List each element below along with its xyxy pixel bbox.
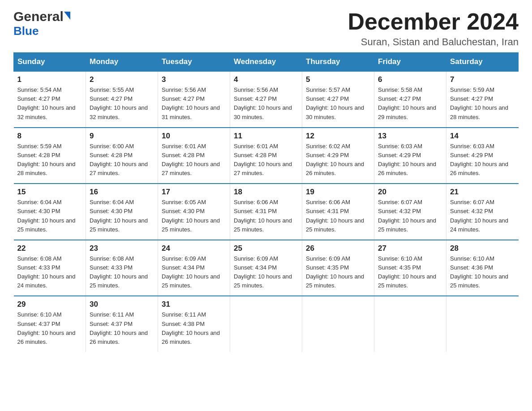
- calendar-day-cell: 21 Sunrise: 6:07 AMSunset: 4:32 PMDaylig…: [446, 184, 519, 240]
- calendar-day-cell: 6 Sunrise: 5:58 AMSunset: 4:27 PMDayligh…: [374, 71, 446, 128]
- day-number: 21: [450, 188, 515, 197]
- calendar-day-cell: 26 Sunrise: 6:09 AMSunset: 4:35 PMDaylig…: [302, 240, 374, 296]
- day-number: 24: [162, 244, 226, 253]
- column-header-sunday: Sunday: [14, 53, 86, 72]
- calendar-day-cell: 11 Sunrise: 6:01 AMSunset: 4:28 PMDaylig…: [230, 128, 302, 184]
- empty-cell: [302, 296, 374, 352]
- calendar-day-cell: 7 Sunrise: 5:59 AMSunset: 4:27 PMDayligh…: [446, 71, 519, 128]
- calendar-week-row: 8 Sunrise: 5:59 AMSunset: 4:28 PMDayligh…: [14, 128, 519, 184]
- calendar-day-cell: 22 Sunrise: 6:08 AMSunset: 4:33 PMDaylig…: [14, 240, 86, 296]
- day-info: Sunrise: 6:01 AMSunset: 4:28 PMDaylight:…: [162, 143, 220, 176]
- day-number: 3: [162, 75, 226, 84]
- day-info: Sunrise: 6:09 AMSunset: 4:34 PMDaylight:…: [234, 255, 292, 289]
- calendar-week-row: 22 Sunrise: 6:08 AMSunset: 4:33 PMDaylig…: [14, 240, 519, 296]
- calendar-day-cell: 12 Sunrise: 6:02 AMSunset: 4:29 PMDaylig…: [302, 128, 374, 184]
- day-number: 7: [450, 75, 515, 84]
- calendar-day-cell: 27 Sunrise: 6:10 AMSunset: 4:35 PMDaylig…: [374, 240, 446, 296]
- month-title: December 2024: [348, 9, 519, 34]
- day-number: 30: [90, 300, 154, 309]
- logo: General Blue: [13, 9, 70, 38]
- day-number: 12: [306, 132, 370, 141]
- day-info: Sunrise: 6:00 AMSunset: 4:28 PMDaylight:…: [90, 143, 148, 176]
- day-number: 23: [90, 244, 154, 253]
- day-number: 2: [90, 75, 154, 84]
- day-number: 16: [90, 188, 154, 197]
- logo-general-text: General: [13, 9, 64, 24]
- day-info: Sunrise: 6:10 AMSunset: 4:36 PMDaylight:…: [450, 255, 508, 289]
- day-info: Sunrise: 6:03 AMSunset: 4:29 PMDaylight:…: [450, 143, 508, 176]
- day-info: Sunrise: 6:11 AMSunset: 4:37 PMDaylight:…: [90, 311, 148, 345]
- day-number: 1: [17, 75, 82, 84]
- column-header-wednesday: Wednesday: [230, 53, 302, 72]
- day-info: Sunrise: 6:05 AMSunset: 4:30 PMDaylight:…: [162, 199, 220, 232]
- day-info: Sunrise: 5:56 AMSunset: 4:27 PMDaylight:…: [162, 86, 220, 120]
- calendar-day-cell: 18 Sunrise: 6:06 AMSunset: 4:31 PMDaylig…: [230, 184, 302, 240]
- logo-arrow-icon: [64, 12, 70, 20]
- day-info: Sunrise: 6:02 AMSunset: 4:29 PMDaylight:…: [306, 143, 364, 176]
- calendar-day-cell: 29 Sunrise: 6:10 AMSunset: 4:37 PMDaylig…: [14, 296, 86, 352]
- empty-cell: [374, 296, 446, 352]
- day-info: Sunrise: 6:07 AMSunset: 4:32 PMDaylight:…: [450, 199, 508, 232]
- calendar-day-cell: 15 Sunrise: 6:04 AMSunset: 4:30 PMDaylig…: [14, 184, 86, 240]
- day-info: Sunrise: 5:54 AMSunset: 4:27 PMDaylight:…: [17, 86, 76, 120]
- calendar-day-cell: 28 Sunrise: 6:10 AMSunset: 4:36 PMDaylig…: [446, 240, 519, 296]
- calendar-day-cell: 1 Sunrise: 5:54 AMSunset: 4:27 PMDayligh…: [14, 71, 86, 128]
- day-number: 31: [162, 300, 226, 309]
- day-info: Sunrise: 6:01 AMSunset: 4:28 PMDaylight:…: [234, 143, 292, 176]
- calendar-day-cell: 9 Sunrise: 6:00 AMSunset: 4:28 PMDayligh…: [86, 128, 158, 184]
- day-info: Sunrise: 6:04 AMSunset: 4:30 PMDaylight:…: [90, 199, 148, 232]
- page-header: General Blue December 2024 Suran, Sistan…: [13, 9, 519, 48]
- day-info: Sunrise: 6:06 AMSunset: 4:31 PMDaylight:…: [234, 199, 292, 232]
- calendar-day-cell: 30 Sunrise: 6:11 AMSunset: 4:37 PMDaylig…: [86, 296, 158, 352]
- column-header-thursday: Thursday: [302, 53, 374, 72]
- day-info: Sunrise: 5:56 AMSunset: 4:27 PMDaylight:…: [234, 86, 292, 120]
- day-number: 4: [234, 75, 298, 84]
- day-number: 22: [17, 244, 82, 253]
- day-info: Sunrise: 6:09 AMSunset: 4:35 PMDaylight:…: [306, 255, 364, 289]
- day-info: Sunrise: 6:03 AMSunset: 4:29 PMDaylight:…: [378, 143, 436, 176]
- day-number: 29: [17, 300, 82, 309]
- day-number: 10: [162, 132, 226, 141]
- day-info: Sunrise: 6:10 AMSunset: 4:35 PMDaylight:…: [378, 255, 436, 289]
- column-header-friday: Friday: [374, 53, 446, 72]
- day-info: Sunrise: 5:55 AMSunset: 4:27 PMDaylight:…: [90, 86, 148, 120]
- calendar-day-cell: 16 Sunrise: 6:04 AMSunset: 4:30 PMDaylig…: [86, 184, 158, 240]
- column-header-monday: Monday: [86, 53, 158, 72]
- day-number: 26: [306, 244, 370, 253]
- day-number: 18: [234, 188, 298, 197]
- empty-cell: [446, 296, 519, 352]
- day-info: Sunrise: 5:58 AMSunset: 4:27 PMDaylight:…: [378, 86, 436, 120]
- calendar-day-cell: 2 Sunrise: 5:55 AMSunset: 4:27 PMDayligh…: [86, 71, 158, 128]
- day-number: 15: [17, 188, 82, 197]
- calendar-table: SundayMondayTuesdayWednesdayThursdayFrid…: [13, 52, 519, 352]
- calendar-day-cell: 23 Sunrise: 6:08 AMSunset: 4:33 PMDaylig…: [86, 240, 158, 296]
- column-header-tuesday: Tuesday: [158, 53, 230, 72]
- calendar-week-row: 15 Sunrise: 6:04 AMSunset: 4:30 PMDaylig…: [14, 184, 519, 240]
- day-number: 9: [90, 132, 154, 141]
- day-info: Sunrise: 5:59 AMSunset: 4:28 PMDaylight:…: [17, 143, 76, 176]
- day-info: Sunrise: 6:08 AMSunset: 4:33 PMDaylight:…: [90, 255, 148, 289]
- calendar-header-row: SundayMondayTuesdayWednesdayThursdayFrid…: [14, 53, 519, 72]
- calendar-day-cell: 14 Sunrise: 6:03 AMSunset: 4:29 PMDaylig…: [446, 128, 519, 184]
- day-info: Sunrise: 6:04 AMSunset: 4:30 PMDaylight:…: [17, 199, 76, 232]
- day-number: 27: [378, 244, 442, 253]
- logo-blue-text: Blue: [13, 24, 39, 38]
- day-info: Sunrise: 6:07 AMSunset: 4:32 PMDaylight:…: [378, 199, 436, 232]
- calendar-week-row: 1 Sunrise: 5:54 AMSunset: 4:27 PMDayligh…: [14, 71, 519, 128]
- calendar-day-cell: 3 Sunrise: 5:56 AMSunset: 4:27 PMDayligh…: [158, 71, 230, 128]
- day-info: Sunrise: 6:10 AMSunset: 4:37 PMDaylight:…: [17, 311, 76, 345]
- column-header-saturday: Saturday: [446, 53, 519, 72]
- day-number: 25: [234, 244, 298, 253]
- day-number: 13: [378, 132, 442, 141]
- day-number: 20: [378, 188, 442, 197]
- day-info: Sunrise: 6:09 AMSunset: 4:34 PMDaylight:…: [162, 255, 220, 289]
- day-number: 11: [234, 132, 298, 141]
- day-number: 14: [450, 132, 515, 141]
- calendar-day-cell: 20 Sunrise: 6:07 AMSunset: 4:32 PMDaylig…: [374, 184, 446, 240]
- empty-cell: [230, 296, 302, 352]
- calendar-day-cell: 24 Sunrise: 6:09 AMSunset: 4:34 PMDaylig…: [158, 240, 230, 296]
- location-subtitle: Suran, Sistan and Baluchestan, Iran: [348, 36, 519, 48]
- title-block: December 2024 Suran, Sistan and Baluches…: [348, 9, 519, 48]
- calendar-day-cell: 8 Sunrise: 5:59 AMSunset: 4:28 PMDayligh…: [14, 128, 86, 184]
- calendar-day-cell: 17 Sunrise: 6:05 AMSunset: 4:30 PMDaylig…: [158, 184, 230, 240]
